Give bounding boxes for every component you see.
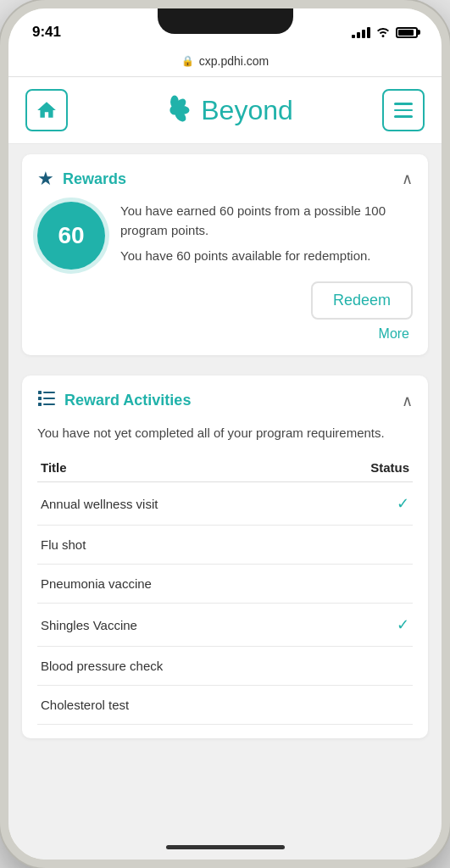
activities-rows: Annual wellness visit✓Flu shotPneumonia … bbox=[37, 482, 413, 725]
star-icon: ★ bbox=[37, 168, 54, 190]
url-text: cxp.pdhi.com bbox=[199, 54, 269, 68]
svg-rect-6 bbox=[43, 392, 55, 393]
table-row: Cholesterol test bbox=[37, 686, 413, 725]
row-status: ✓ bbox=[397, 494, 409, 513]
svg-rect-9 bbox=[38, 403, 42, 406]
activities-title: Reward Activities bbox=[64, 392, 191, 409]
points-number: 60 bbox=[58, 222, 84, 249]
activities-body: You have not yet completed all of your p… bbox=[37, 424, 413, 725]
lock-icon: 🔒 bbox=[181, 55, 194, 67]
redeem-button[interactable]: Redeem bbox=[311, 281, 413, 320]
brand-flower-icon bbox=[157, 92, 192, 128]
status-icons bbox=[352, 25, 418, 40]
row-title: Annual wellness visit bbox=[41, 497, 158, 511]
status-time: 9:41 bbox=[32, 24, 61, 41]
rewards-body: 60 You have earned 60 points from a poss… bbox=[37, 202, 413, 270]
brand-logo-group: Beyond bbox=[157, 92, 293, 128]
row-title: Pneumonia vaccine bbox=[41, 576, 152, 591]
more-link[interactable]: More bbox=[379, 326, 413, 342]
app-header: Beyond bbox=[8, 77, 442, 144]
phone-shell: 9:41 🔒 cxp.pdhi.com bbox=[0, 0, 450, 868]
activities-title-group: Reward Activities bbox=[37, 389, 191, 412]
row-title: Flu shot bbox=[41, 537, 86, 552]
table-row: Blood pressure check bbox=[37, 647, 413, 686]
wifi-icon bbox=[375, 25, 391, 40]
table-header: Title Status bbox=[37, 453, 413, 482]
hamburger-icon bbox=[394, 103, 413, 118]
battery-icon bbox=[396, 27, 418, 38]
list-icon bbox=[37, 389, 56, 412]
url-bar: 🔒 cxp.pdhi.com bbox=[8, 51, 442, 77]
app-content: Beyond ★ Rewards ∧ 60 bbox=[8, 77, 442, 838]
activities-card: Reward Activities ∧ You have not yet com… bbox=[22, 376, 428, 738]
row-title: Shingles Vaccine bbox=[41, 618, 137, 632]
phone-notch bbox=[158, 8, 293, 34]
activities-card-header: Reward Activities ∧ bbox=[37, 389, 413, 412]
col-status-label: Status bbox=[370, 460, 409, 475]
rewards-description-2: You have 60 points available for redempt… bbox=[120, 247, 413, 266]
table-row: Flu shot bbox=[37, 526, 413, 565]
activities-collapse-icon[interactable]: ∧ bbox=[402, 392, 413, 410]
svg-rect-5 bbox=[38, 391, 42, 394]
table-row: Annual wellness visit✓ bbox=[37, 482, 413, 526]
table-row: Pneumonia vaccine bbox=[37, 565, 413, 604]
svg-rect-8 bbox=[43, 398, 55, 399]
svg-point-4 bbox=[170, 105, 180, 114]
rewards-title-group: ★ Rewards bbox=[37, 168, 126, 190]
svg-rect-7 bbox=[38, 397, 42, 400]
brand-name: Beyond bbox=[201, 95, 293, 126]
home-icon bbox=[36, 99, 58, 121]
home-button[interactable] bbox=[25, 89, 68, 131]
svg-rect-10 bbox=[43, 403, 55, 405]
row-title: Cholesterol test bbox=[41, 698, 129, 712]
activities-description: You have not yet completed all of your p… bbox=[37, 424, 413, 442]
rewards-actions: Redeem More bbox=[37, 281, 413, 342]
points-circle: 60 bbox=[37, 202, 105, 270]
home-indicator-bar bbox=[166, 845, 285, 849]
rewards-card-header: ★ Rewards ∧ bbox=[37, 168, 413, 190]
menu-button[interactable] bbox=[382, 89, 425, 131]
rewards-text: You have earned 60 points from a possibl… bbox=[120, 202, 413, 266]
signal-icon bbox=[352, 26, 370, 38]
rewards-description-1: You have earned 60 points from a possibl… bbox=[120, 202, 413, 240]
col-title-label: Title bbox=[41, 460, 67, 475]
row-title: Blood pressure check bbox=[41, 659, 163, 673]
rewards-card: ★ Rewards ∧ 60 You have earned 60 points… bbox=[22, 154, 428, 355]
row-status: ✓ bbox=[397, 615, 409, 634]
rewards-collapse-icon[interactable]: ∧ bbox=[402, 170, 413, 188]
rewards-title: Rewards bbox=[63, 170, 126, 188]
table-row: Shingles Vaccine✓ bbox=[37, 604, 413, 647]
home-indicator bbox=[8, 838, 442, 860]
